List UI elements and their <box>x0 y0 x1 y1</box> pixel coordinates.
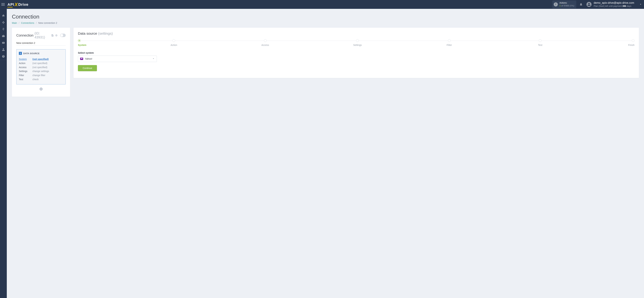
breadcrumb-connections[interactable]: Connections <box>21 22 34 24</box>
step-dot <box>448 39 451 42</box>
step-label: Finish <box>628 44 634 46</box>
app-header: APIXDrive i Actions: 0 of 5'000 (0%) dem… <box>0 0 644 9</box>
ds-title-main: Data source <box>78 32 97 35</box>
ds-title-sub: (settings) <box>98 32 113 35</box>
step-dot <box>172 39 175 42</box>
step-access[interactable]: Access <box>262 39 269 46</box>
step-dot <box>539 39 542 42</box>
source-row-test[interactable]: Testcheck <box>19 78 63 82</box>
chevron-down-icon <box>152 58 155 60</box>
yahoo-icon <box>80 58 83 60</box>
notifications-icon[interactable] <box>579 3 583 6</box>
select-system-label: Select system <box>78 52 634 54</box>
sidebar-help[interactable] <box>0 53 7 60</box>
user-email: demo_apix-drive@apix-drive.com <box>594 1 634 5</box>
left-sidebar <box>0 9 7 101</box>
step-settings[interactable]: Settings <box>353 39 362 46</box>
sidebar-account[interactable] <box>0 46 7 53</box>
source-row-action[interactable]: Action(not specified) <box>19 61 63 65</box>
sidebar-connections[interactable] <box>0 19 7 26</box>
step-test[interactable]: Test <box>537 39 544 46</box>
conn-title: Connection <box>16 34 34 37</box>
avatar-icon[interactable] <box>586 2 592 7</box>
step-system[interactable]: System <box>78 39 86 46</box>
enable-toggle[interactable] <box>60 34 66 37</box>
step-label: Filter <box>446 44 452 46</box>
system-select[interactable]: Yahoo! <box>78 56 157 62</box>
source-row-key: System <box>19 57 32 61</box>
breadcrumb-current: New connection 2 <box>38 22 57 24</box>
main-content: Connection Main / Connections / New conn… <box>7 9 644 101</box>
sidebar-video[interactable] <box>0 40 7 46</box>
connection-panel: Connection (ID: 43931) New connection 2 … <box>12 28 70 97</box>
step-label: Test <box>538 44 542 46</box>
step-label: Access <box>262 44 269 46</box>
source-row-value: (not specified) <box>32 57 49 61</box>
step-label: Settings <box>353 44 362 46</box>
logo[interactable]: APIXDrive <box>8 2 28 8</box>
stepper: SystemActionAccessSettingsFilterTestFini… <box>78 39 634 46</box>
conn-id: (ID: 43931) <box>34 32 50 39</box>
actions-pct: (0%) <box>570 5 574 7</box>
add-destination-button[interactable]: + <box>40 88 42 91</box>
step-action[interactable]: Action <box>170 39 177 46</box>
user-menu[interactable]: demo_apix-drive@apix-drive.com Plan |Sta… <box>594 1 634 8</box>
actions-counter[interactable]: i Actions: 0 of 5'000 (0%) <box>552 1 576 8</box>
step-dot <box>264 39 267 42</box>
source-row-key: Access <box>19 65 32 70</box>
connection-name[interactable]: New connection 2 <box>16 41 66 46</box>
source-row-value: (not specified) <box>32 65 47 70</box>
step-filter[interactable]: Filter <box>446 39 453 46</box>
step-dot <box>632 39 634 42</box>
gear-icon[interactable] <box>55 34 58 37</box>
system-select-value: Yahoo! <box>85 58 92 60</box>
continue-button[interactable]: Continue <box>78 65 97 71</box>
source-row-key: Action <box>19 61 32 65</box>
source-row-value: change settings <box>32 69 49 73</box>
source-row-access[interactable]: Access(not specified) <box>19 65 63 70</box>
data-source-box: 1 DATA SOURCE System(not specified)Actio… <box>16 49 66 84</box>
breadcrumb-main[interactable]: Main <box>12 22 17 24</box>
source-row-key: Test <box>19 78 32 82</box>
sidebar-home[interactable] <box>0 12 7 19</box>
source-row-filter[interactable]: Filterchange filter <box>19 73 63 78</box>
source-row-key: Settings <box>19 69 32 73</box>
step-label: System <box>78 44 86 46</box>
actions-count: 0 <box>560 5 561 7</box>
actions-label: Actions: <box>560 2 574 5</box>
source-row-system[interactable]: System(not specified) <box>19 57 63 61</box>
step-label: Action <box>170 44 177 46</box>
page-title: Connection <box>12 14 639 20</box>
source-row-value: (not specified) <box>32 61 47 65</box>
step-dot <box>78 39 81 42</box>
step-badge: 1 <box>19 52 22 55</box>
source-row-value: check <box>32 78 39 82</box>
user-plan: Plan |Start| left until payment 396 days <box>594 5 634 8</box>
source-row-key: Filter <box>19 73 32 78</box>
menu-toggle[interactable] <box>1 3 6 7</box>
source-row-value: change filter <box>32 73 45 78</box>
step-finish[interactable]: Finish <box>628 39 634 46</box>
source-row-settings[interactable]: Settingschange settings <box>19 69 63 73</box>
info-icon: i <box>554 3 558 7</box>
sidebar-billing[interactable] <box>0 26 7 33</box>
box-title: DATA SOURCE <box>23 52 40 55</box>
data-source-settings: Data source (settings) SystemActionAcces… <box>74 28 639 78</box>
notes-icon[interactable] <box>51 34 54 37</box>
chevron-down-icon[interactable] <box>634 3 642 6</box>
sidebar-tools[interactable] <box>0 33 7 40</box>
breadcrumb: Main / Connections / New connection 2 <box>12 22 639 24</box>
step-dot <box>356 39 359 42</box>
